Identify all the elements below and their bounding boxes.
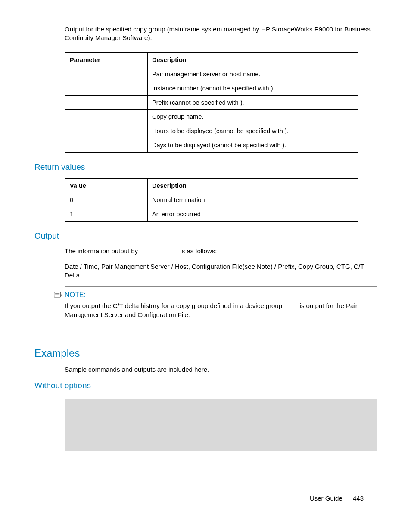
footer-label: User Guide xyxy=(310,495,342,502)
examples-heading: Examples xyxy=(34,347,377,359)
note-body: If you output the C/T delta history for … xyxy=(65,302,377,319)
th-parameter: Parameter xyxy=(65,53,148,67)
code-block xyxy=(65,399,377,451)
table-row: 0Normal termination xyxy=(65,193,358,207)
examples-intro: Sample commands and outputs are included… xyxy=(65,365,377,374)
output-line-1: The information output by is as follows: xyxy=(65,247,377,255)
note-label: NOTE: xyxy=(65,291,86,299)
th-value: Value xyxy=(65,178,148,193)
note-block: NOTE: If you output the C/T delta histor… xyxy=(65,286,377,328)
th-description: Description xyxy=(148,53,358,67)
footer-page-number: 443 xyxy=(353,495,364,502)
output-heading: Output xyxy=(34,231,377,241)
return-values-table: Value Description 0Normal termination 1A… xyxy=(65,178,358,222)
th-description: Description xyxy=(148,178,358,193)
return-values-heading: Return values xyxy=(34,162,377,172)
table-row: Copy group name. xyxy=(65,109,358,124)
without-options-heading: Without options xyxy=(34,381,377,390)
table-row: Pair management server or host name. xyxy=(65,67,358,81)
table-row: Instance number (cannot be specified wit… xyxy=(65,81,358,95)
table-row: 1An error occurred xyxy=(65,207,358,221)
output-line-2: Date / Time, Pair Mangement Server / Hos… xyxy=(65,262,377,280)
intro-paragraph: Output for the specified copy group (mai… xyxy=(65,25,377,43)
table-row: Days to be displayed (cannot be specifie… xyxy=(65,138,358,152)
page-footer: User Guide 443 xyxy=(310,495,364,502)
note-icon xyxy=(53,291,62,299)
table-row: Prefix (cannot be specified with ). xyxy=(65,95,358,109)
table-row: Hours to be displayed (cannot be specifi… xyxy=(65,124,358,138)
parameters-table: Parameter Description Pair management se… xyxy=(65,52,358,153)
